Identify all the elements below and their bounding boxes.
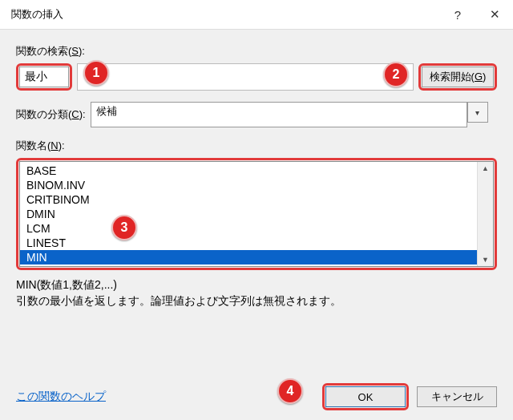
- ok-button-highlight: OK: [322, 383, 409, 410]
- titlebar: 関数の挿入 ? ✕: [0, 0, 513, 30]
- function-syntax: MIN(数値1,数値2,...): [16, 278, 497, 293]
- dialog-body: 関数の検索(S): 検索開始(G) 1 2 関数の分類(C): 候補 ▾ 関数名…: [0, 30, 513, 323]
- category-label: 関数の分類(C):: [16, 107, 86, 122]
- search-extension[interactable]: [77, 63, 414, 91]
- search-label: 関数の検索(S):: [16, 44, 497, 59]
- search-go-button[interactable]: 検索開始(G): [422, 67, 494, 87]
- search-input-highlight: [16, 63, 72, 91]
- ok-button[interactable]: OK: [325, 386, 406, 407]
- chevron-down-icon[interactable]: ▾: [467, 102, 488, 123]
- scroll-down-icon[interactable]: ▼: [482, 256, 489, 264]
- category-selected-value: 候補: [96, 105, 117, 117]
- search-input[interactable]: [19, 67, 69, 87]
- window-title: 関数の挿入: [11, 7, 439, 22]
- list-item[interactable]: DMIN: [20, 207, 477, 221]
- list-item[interactable]: BASE: [20, 164, 477, 178]
- close-icon[interactable]: ✕: [476, 0, 513, 29]
- dialog-footer: この関数のヘルプ 4 OK キャンセル: [0, 383, 513, 410]
- help-link[interactable]: この関数のヘルプ: [16, 390, 106, 404]
- list-item[interactable]: MIN: [20, 250, 477, 265]
- list-item[interactable]: BINOM.INV: [20, 178, 477, 192]
- annotation-badge-2: 2: [383, 62, 409, 87]
- list-item[interactable]: LCM: [20, 221, 477, 236]
- scroll-up-icon[interactable]: ▲: [482, 164, 489, 172]
- function-description: 引数の最小値を返します。論理値および文字列は無視されます。: [16, 294, 497, 309]
- list-item[interactable]: LINEST: [20, 236, 477, 250]
- category-select[interactable]: 候補: [91, 102, 467, 127]
- help-icon[interactable]: ?: [439, 0, 476, 29]
- cancel-button[interactable]: キャンセル: [417, 386, 497, 407]
- list-item[interactable]: CRITBINOM: [20, 192, 477, 207]
- annotation-badge-4: 4: [277, 378, 303, 404]
- annotation-badge-3: 3: [111, 215, 137, 240]
- function-list-highlight: BASEBINOM.INVCRITBINOMDMINLCMLINESTMIN ▲…: [16, 158, 497, 270]
- go-button-highlight: 検索開始(G): [418, 63, 497, 91]
- functions-label: 関数名(N):: [16, 139, 497, 153]
- annotation-badge-1: 1: [83, 60, 109, 86]
- function-listbox[interactable]: BASEBINOM.INVCRITBINOMDMINLCMLINESTMIN ▲…: [19, 161, 494, 267]
- scrollbar[interactable]: ▲ ▼: [477, 162, 493, 266]
